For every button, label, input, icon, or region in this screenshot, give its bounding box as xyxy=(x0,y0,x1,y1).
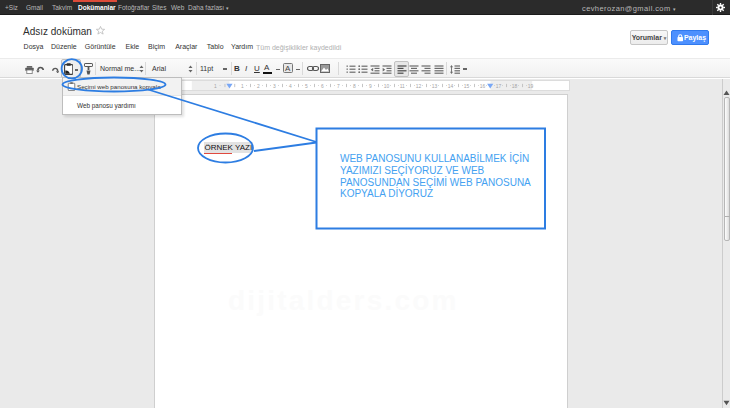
svg-text:9: 9 xyxy=(369,83,372,88)
svg-text:17: 17 xyxy=(496,83,502,88)
svg-text:16: 16 xyxy=(480,83,486,88)
svg-text:2: 2 xyxy=(257,83,260,88)
svg-text:11: 11 xyxy=(400,83,405,88)
svg-text:13: 13 xyxy=(432,83,438,88)
svg-text:1: 1 xyxy=(214,83,217,88)
svg-text:18: 18 xyxy=(512,83,518,88)
svg-text:14: 14 xyxy=(448,83,454,88)
svg-text:A: A xyxy=(285,64,291,73)
svg-text:5: 5 xyxy=(305,83,308,88)
svg-text:8: 8 xyxy=(353,83,356,88)
svg-text:1: 1 xyxy=(241,83,244,88)
svg-text:19: 19 xyxy=(528,83,534,88)
svg-text:3: 3 xyxy=(273,83,276,88)
svg-text:15: 15 xyxy=(464,83,470,88)
svg-text:6: 6 xyxy=(321,83,324,88)
svg-text:10: 10 xyxy=(384,83,390,88)
svg-text:4: 4 xyxy=(289,83,292,88)
svg-text:12: 12 xyxy=(416,83,422,88)
svg-text:7: 7 xyxy=(337,83,340,88)
